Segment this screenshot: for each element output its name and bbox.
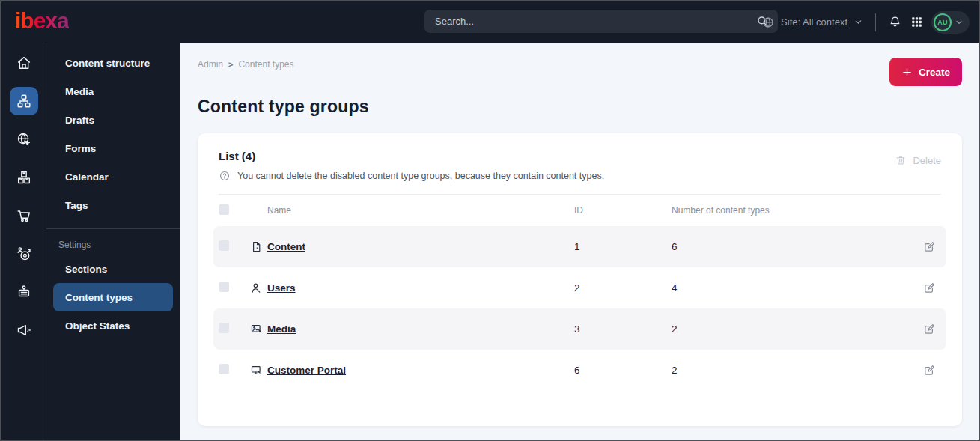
main-content: Admin > Content types Create Content typ… — [180, 43, 979, 440]
user-menu[interactable]: AU — [931, 11, 970, 34]
sidebar-item-tags[interactable]: Tags — [53, 191, 173, 219]
row-count: 2 — [672, 323, 923, 335]
sidebar-item-drafts[interactable]: Drafts — [53, 106, 173, 134]
rail-item-site[interactable] — [10, 125, 38, 153]
delete-button-label: Delete — [913, 155, 941, 166]
row-checkbox[interactable] — [219, 282, 229, 292]
settings-section-label: Settings — [46, 229, 180, 255]
globe-icon — [761, 16, 775, 29]
sidebar-item-forms[interactable]: Forms — [53, 134, 173, 162]
trash-icon — [895, 154, 907, 166]
list-title: List (4) — [219, 150, 604, 162]
row-checkbox[interactable] — [219, 364, 229, 374]
app-switcher-button[interactable] — [910, 15, 924, 29]
table-row-users: Users 2 4 — [213, 267, 946, 308]
row-id: 6 — [574, 365, 672, 376]
table-row-customer-portal: Customer Portal 6 2 — [213, 350, 946, 391]
row-count: 6 — [672, 241, 923, 252]
list-info: You cannot delete the disabled content t… — [219, 170, 604, 182]
create-button[interactable]: Create — [889, 58, 962, 86]
rail-item-products[interactable] — [10, 163, 38, 192]
row-count: 2 — [672, 365, 923, 376]
list-info-text: You cannot delete the disabled content t… — [237, 171, 604, 181]
table-row-media: Media 3 2 — [213, 308, 946, 350]
row-count: 4 — [672, 282, 923, 294]
row-id: 2 — [574, 282, 672, 294]
edit-icon[interactable] — [923, 282, 941, 294]
sidebar-item-object-states[interactable]: Object States — [53, 311, 173, 340]
rail-item-commerce[interactable] — [10, 201, 38, 230]
portal-icon — [250, 364, 267, 377]
target-icon — [16, 246, 32, 262]
topbar-divider — [875, 13, 876, 31]
site-context-selector[interactable]: Site: All context — [761, 16, 863, 29]
select-all-checkbox[interactable] — [219, 204, 229, 215]
global-search — [424, 10, 778, 33]
row-link-media[interactable]: Media — [267, 323, 574, 335]
table-header: Name ID Number of content types — [213, 195, 946, 226]
notifications-button[interactable] — [888, 15, 902, 29]
rail-item-admin[interactable] — [10, 278, 38, 306]
image-icon — [250, 323, 267, 335]
chevron-down-icon — [853, 17, 863, 27]
create-button-label: Create — [919, 67, 950, 78]
row-checkbox[interactable] — [219, 240, 229, 251]
edit-icon[interactable] — [923, 323, 941, 335]
globe-cursor-icon — [16, 131, 32, 147]
badge-icon — [16, 284, 32, 300]
content-type-groups-card: List (4) You cannot delete the disabled … — [198, 133, 962, 426]
breadcrumb-content-types: Content types — [238, 59, 293, 70]
breadcrumb: Admin > Content types — [198, 59, 294, 70]
home-icon — [16, 55, 32, 71]
help-icon — [219, 170, 231, 182]
row-id: 3 — [574, 323, 672, 335]
megaphone-icon — [16, 322, 32, 338]
rail-item-dashboard[interactable] — [10, 49, 38, 77]
sidebar-menu: Content structure Media Drafts Forms Cal… — [46, 43, 180, 440]
column-header-name: Name — [267, 205, 574, 216]
ibexa-logo[interactable]: ibexa — [15, 10, 69, 35]
plus-icon — [901, 67, 913, 78]
sidebar-item-content-types[interactable]: Content types — [53, 283, 173, 311]
rail-item-marketing[interactable] — [10, 316, 38, 344]
breadcrumb-admin[interactable]: Admin — [198, 59, 223, 70]
bell-icon — [888, 15, 902, 29]
rail-item-content[interactable] — [10, 87, 38, 115]
sidebar-item-calendar[interactable]: Calendar — [53, 162, 173, 191]
sidebar-item-media[interactable]: Media — [53, 77, 173, 106]
topbar-right-controls: Site: All context AU — [761, 1, 970, 43]
sidebar-item-content-structure[interactable]: Content structure — [53, 49, 173, 77]
site-context-label: Site: All context — [781, 16, 847, 28]
file-icon — [250, 240, 267, 253]
grid-icon — [910, 15, 924, 29]
sitemap-icon — [16, 93, 32, 109]
row-id: 1 — [574, 241, 672, 252]
row-link-customer-portal[interactable]: Customer Portal — [267, 365, 574, 376]
page-title: Content type groups — [198, 97, 962, 117]
sidebar-item-sections[interactable]: Sections — [53, 255, 173, 283]
app-window: ibexa Site: All context — [1, 1, 979, 440]
column-header-id: ID — [574, 205, 672, 216]
avatar: AU — [934, 13, 952, 31]
search-input[interactable] — [424, 10, 778, 33]
cart-icon — [16, 207, 32, 224]
row-link-content[interactable]: Content — [267, 241, 574, 252]
rail-item-personalization[interactable] — [10, 240, 38, 268]
edit-icon[interactable] — [923, 240, 941, 253]
breadcrumb-separator: > — [228, 60, 233, 69]
chevron-down-icon — [955, 18, 964, 27]
user-icon — [250, 282, 267, 294]
edit-icon[interactable] — [923, 364, 941, 377]
column-header-count: Number of content types — [672, 205, 923, 216]
topbar: ibexa Site: All context — [1, 1, 979, 43]
sidebar-icon-rail — [1, 43, 46, 440]
boxes-icon — [16, 169, 32, 186]
row-checkbox[interactable] — [219, 323, 229, 333]
row-link-users[interactable]: Users — [267, 282, 574, 294]
table-body: Content 1 6 Users 2 4 — [219, 226, 941, 391]
delete-button[interactable]: Delete — [895, 154, 941, 166]
table-row-content: Content 1 6 — [213, 226, 946, 267]
